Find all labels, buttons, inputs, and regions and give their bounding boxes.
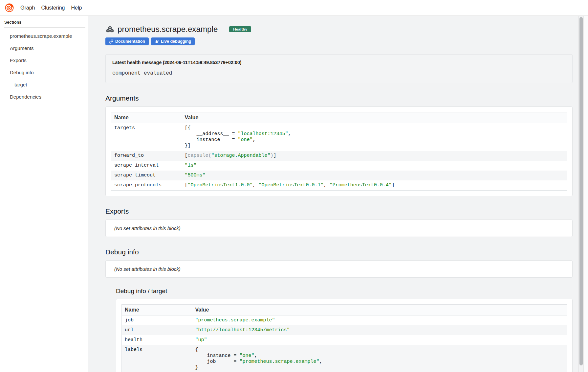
nav-item-help[interactable]: Help [71, 5, 82, 11]
table-row: scrape_timeout"500ms" [111, 171, 567, 180]
row-value: "500ms" [182, 171, 567, 180]
link-icon [109, 39, 113, 44]
row-value-code: "1s" [185, 163, 564, 169]
table-row: forward_to[capsule("storage.Appendable")… [111, 151, 567, 161]
sidebar-title: Sections [0, 20, 88, 25]
row-value: "http://localhost:12345/metrics" [192, 325, 567, 335]
row-name: labels [122, 345, 192, 372]
nav-item-clustering[interactable]: Clustering [41, 5, 65, 11]
sidebar-item-target[interactable]: target [0, 79, 88, 91]
page-title: prometheus.scrape.example [118, 25, 218, 34]
action-buttons-row: Documentation Live debugging [105, 37, 573, 45]
table-row: job"prometheus.scrape.example" [122, 315, 567, 326]
debug-info-section: (No set attributes in this block) [105, 260, 573, 278]
row-value-code: "500ms" [185, 173, 564, 178]
health-badge: Healthy [229, 26, 251, 32]
nav-item-graph[interactable]: Graph [20, 5, 35, 11]
table-row: scrape_interval"1s" [111, 161, 567, 171]
table-header-row: NameValue [122, 305, 567, 315]
bug-icon [155, 39, 159, 44]
table-row: url"http://localhost:12345/metrics" [122, 325, 567, 335]
debug-info-empty-note: (No set attributes in this block) [114, 266, 564, 272]
sidebar-item-debug-info[interactable]: Debug info [0, 66, 88, 79]
row-value: [{ __address__ = "localhost:12345", inst… [182, 123, 567, 151]
debug-target-block: Debug info / target NameValuejob"prometh… [116, 288, 573, 372]
row-value-code: "prometheus.scrape.example" [195, 317, 564, 323]
component-title-row: prometheus.scrape.example Healthy [105, 25, 573, 34]
section-heading-debug-info: Debug info [105, 248, 573, 256]
table-row: health"up" [122, 335, 567, 345]
arguments-section: NameValuetargets[{ __address__ = "localh… [105, 106, 573, 196]
documentation-button[interactable]: Documentation [105, 37, 149, 45]
table-header-row: NameValue [111, 112, 567, 123]
sidebar-item-prometheus-scrape-example[interactable]: prometheus.scrape.example [0, 30, 88, 42]
row-value: ["OpenMetricsText1.0.0", "OpenMetricsTex… [182, 180, 567, 191]
row-name: scrape_protocols [111, 180, 182, 191]
exports-section: (No set attributes in this block) [105, 220, 573, 237]
exports-empty-note: (No set attributes in this block) [114, 225, 564, 231]
column-header-value: Value [182, 112, 567, 123]
debug-target-section: NameValuejob"prometheus.scrape.example"u… [116, 299, 573, 372]
row-value-code: [{ __address__ = "localhost:12345", inst… [185, 125, 564, 149]
scrollbar-thumb[interactable] [579, 17, 583, 365]
row-name: url [122, 325, 192, 335]
debug-target-table: NameValuejob"prometheus.scrape.example"u… [121, 304, 567, 372]
sidebar-item-exports[interactable]: Exports [0, 54, 88, 66]
documentation-button-label: Documentation [115, 39, 145, 44]
row-value-code: "http://localhost:12345/metrics" [195, 327, 564, 333]
window-scrollbar-gutter [584, 16, 588, 372]
column-header-name: Name [111, 112, 182, 123]
row-name: health [122, 335, 192, 345]
sidebar-item-dependencies[interactable]: Dependencies [0, 91, 88, 103]
row-name: targets [111, 123, 182, 151]
row-name: scrape_interval [111, 161, 182, 171]
row-value-code: { instance = "one", job = "prometheus.sc… [195, 347, 564, 371]
row-value: "up" [192, 335, 567, 345]
health-message-label: Latest health message (2024-06-11T14:59:… [112, 60, 566, 65]
row-value-code: [capsule("storage.Appendable")] [185, 153, 564, 159]
sidebar: Sections prometheus.scrape.exampleArgume… [0, 16, 88, 372]
navbar-menu: GraphClusteringHelp [20, 5, 82, 11]
row-value: "prometheus.scrape.example" [192, 315, 567, 326]
live-debugging-button[interactable]: Live debugging [151, 37, 195, 45]
section-heading-debug-target: Debug info / target [116, 288, 573, 295]
column-header-name: Name [122, 305, 192, 315]
live-debugging-button-label: Live debugging [161, 39, 191, 44]
column-header-value: Value [192, 305, 567, 315]
navbar: GraphClusteringHelp [0, 0, 588, 16]
row-name: forward_to [111, 151, 182, 161]
row-value-code: "up" [195, 337, 564, 343]
sidebar-items: prometheus.scrape.exampleArgumentsExport… [0, 30, 88, 103]
sidebar-divider [4, 28, 85, 28]
health-message-text: component evaluated [112, 70, 566, 76]
row-name: scrape_timeout [111, 171, 182, 180]
main-content: prometheus.scrape.example Healthy Docume… [88, 16, 588, 372]
scrollbar[interactable] [578, 16, 584, 372]
row-name: job [122, 315, 192, 326]
row-value: [capsule("storage.Appendable")] [182, 151, 567, 161]
sidebar-item-arguments[interactable]: Arguments [0, 42, 88, 54]
health-message-box: Latest health message (2024-06-11T14:59:… [105, 54, 573, 83]
section-heading-exports: Exports [105, 207, 573, 215]
section-heading-arguments: Arguments [105, 94, 573, 102]
table-row: scrape_protocols["OpenMetricsText1.0.0",… [111, 180, 567, 191]
row-value-code: ["OpenMetricsText1.0.0", "OpenMetricsTex… [185, 182, 564, 188]
arguments-table: NameValuetargets[{ __address__ = "localh… [111, 112, 567, 191]
alloy-logo-icon[interactable] [5, 3, 14, 12]
row-value: "1s" [182, 161, 567, 171]
row-value: { instance = "one", job = "prometheus.sc… [192, 345, 567, 372]
table-row: targets[{ __address__ = "localhost:12345… [111, 123, 567, 151]
table-row: labels{ instance = "one", job = "prometh… [122, 345, 567, 372]
component-cubes-icon [105, 25, 115, 34]
